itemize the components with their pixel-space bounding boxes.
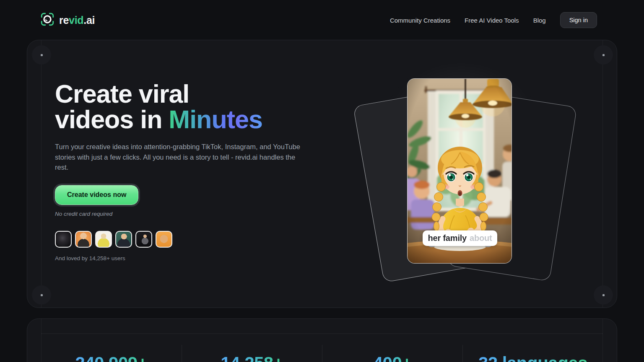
stat-value: 400+ [373,353,412,362]
user-avatar-6 [156,231,172,248]
nav-item-free-ai-video-tools[interactable]: Free AI Video Tools [465,17,519,24]
stat-videos-created: 240,909+ [41,345,182,362]
stat-value: 240,909+ [75,353,147,362]
stats-grid: 240,909+ 14,258+ 400+ 32 languages [41,345,603,362]
decorative-dot [594,45,613,65]
loved-by-text: And loved by 14,258+ users [55,255,323,261]
stat-value: 14,258+ [221,353,283,362]
caption-upcoming-text: about [470,233,492,243]
user-avatar-4 [115,231,132,248]
title-highlight: Minutes [169,105,262,134]
sign-in-button[interactable]: Sign in [560,12,597,28]
stats-section: 240,909+ 14,258+ 400+ 32 languages [27,318,617,362]
decorative-dot [32,45,51,65]
logo[interactable]: revid.ai [40,12,95,28]
decorative-divider [41,334,603,334]
hero-copy: Create viral videos in Minutes Turn your… [55,81,323,261]
caption-highlight-text: her family [428,233,467,243]
top-navigation-bar: revid.ai Community Creations Free AI Vid… [0,0,644,40]
video-subtitle-caption: her family about [423,230,497,246]
decorative-guide-line [602,40,603,308]
user-avatar-2 [75,231,92,248]
decorative-dot [32,285,51,305]
no-credit-card-note: No credit card required [55,211,323,217]
camera-lens-icon [40,12,55,28]
hero-section: Create viral videos in Minutes Turn your… [27,40,617,308]
user-avatar-5 [135,231,152,248]
page-title: Create viral videos in Minutes [55,81,323,132]
nav-item-community-creations[interactable]: Community Creations [390,17,450,24]
decorative-dot [594,285,613,305]
stat-users: 14,258+ [182,345,322,362]
nav-links: Community Creations Free AI Video Tools … [390,12,597,28]
stat-value: 32 languages [478,353,587,362]
video-preview-card: her family about [407,78,512,264]
stat-languages: 32 languages [462,345,603,362]
user-avatar-3 [95,231,112,248]
create-videos-button[interactable]: Create videos now [55,185,138,205]
hero-description: Turn your creative ideas into attention-… [55,142,310,173]
nav-item-blog[interactable]: Blog [533,17,546,24]
stat-templates: 400+ [322,345,462,362]
user-avatar-1 [55,231,72,248]
user-avatars-row [55,231,323,248]
logo-wordmark: revid.ai [59,14,95,26]
decorative-guide-line [41,40,42,308]
